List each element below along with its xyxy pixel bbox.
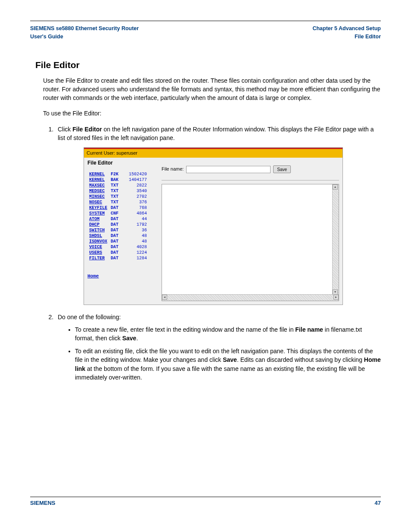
file-table: KERNELF2K1502420KERNELBAK1404177MAXSECTX…: [87, 171, 149, 261]
step-2: Do one of the following: To create a new…: [55, 313, 381, 382]
chapter-label: Chapter 5 Advanced Setup: [312, 25, 381, 31]
file-row[interactable]: SYSTEMCNF4864: [87, 211, 149, 216]
step1-bold: File Editor: [72, 126, 102, 133]
file-name[interactable]: ATOM: [87, 216, 109, 222]
file-size: 1792: [120, 222, 149, 227]
bullet-edit: To edit an existing file, click the file…: [75, 347, 381, 382]
editor-textarea[interactable]: [162, 184, 333, 295]
file-ext: DAT: [109, 233, 120, 239]
vertical-scrollbar[interactable]: ▴ ▾: [332, 184, 339, 295]
filename-row: File name: Save: [162, 165, 339, 173]
file-row[interactable]: MEDSECTXT3540: [87, 188, 149, 194]
b2-mid1: . Edits can discarded without saving by …: [237, 356, 364, 363]
bullet-create: To create a new file, enter file text in…: [75, 325, 381, 343]
file-ext: DAT: [109, 244, 120, 250]
footer-brand: SIEMENS: [30, 500, 56, 506]
lead-in: To use the File Editor:: [43, 109, 381, 118]
file-ext: BAK: [109, 177, 120, 183]
file-row[interactable]: DHCPDAT1792: [87, 222, 149, 227]
b1-bold2: Save: [122, 335, 137, 342]
file-ext: TXT: [109, 188, 120, 194]
scroll-up-icon[interactable]: ▴: [333, 184, 338, 190]
file-ext: TXT: [109, 194, 120, 199]
file-row[interactable]: KERNELBAK1404177: [87, 177, 149, 183]
file-name[interactable]: MAXSEC: [87, 183, 109, 188]
scroll-left-icon[interactable]: ◂: [162, 295, 167, 300]
file-size: 768: [120, 205, 149, 211]
page-footer: SIEMENS 47: [30, 497, 381, 506]
file-name[interactable]: USERS: [87, 250, 109, 255]
file-ext: DAT: [109, 216, 120, 222]
file-name[interactable]: VOICE: [87, 244, 109, 250]
editor-box: ▴ ▾ ◂ ▸: [162, 184, 339, 301]
step1-post: on the left navigation pane of the Route…: [58, 126, 374, 141]
file-ext: TXT: [109, 183, 120, 188]
file-row[interactable]: USERSDAT1224: [87, 250, 149, 255]
file-row[interactable]: ATOMDAT44: [87, 216, 149, 222]
page-number: 47: [375, 500, 381, 506]
save-button[interactable]: Save: [273, 165, 291, 173]
divider: [162, 180, 339, 180]
b1-pre: To create a new file, enter file text in…: [75, 326, 295, 333]
file-name[interactable]: MEDSEC: [87, 188, 109, 194]
page: SIEMENS se5880 Ethernet Security Router …: [0, 0, 411, 532]
file-row[interactable]: ISDNVOXDAT48: [87, 239, 149, 244]
file-row[interactable]: FILTERDAT1284: [87, 255, 149, 261]
file-name[interactable]: MINSEC: [87, 194, 109, 199]
file-ext: DAT: [109, 205, 120, 211]
file-size: 4028: [120, 244, 149, 250]
file-name[interactable]: ISDNVOX: [87, 239, 109, 244]
file-name[interactable]: SWITCH: [87, 227, 109, 233]
b1-bold1: File name: [295, 326, 323, 333]
file-name[interactable]: FILTER: [87, 255, 109, 261]
file-name[interactable]: KEYFILE: [87, 205, 109, 211]
steps-list: Click File Editor on the left navigation…: [43, 125, 381, 382]
screenshot-body: File Editor KERNELF2K1502420KERNELBAK140…: [84, 158, 342, 305]
file-ext: DAT: [109, 250, 120, 255]
file-size: 48: [120, 239, 149, 244]
file-row[interactable]: KEYFILEDAT768: [87, 205, 149, 211]
file-ext: DAT: [109, 227, 120, 233]
file-size: 1284: [120, 255, 149, 261]
product-name: SIEMENS se5880 Ethernet Security Router: [30, 25, 139, 31]
file-size: 2822: [120, 183, 149, 188]
section-ref: File Editor: [355, 34, 381, 40]
file-name[interactable]: DHCP: [87, 222, 109, 227]
file-name[interactable]: SHDSL: [87, 233, 109, 239]
scroll-right-icon[interactable]: ▸: [333, 295, 339, 300]
b2-post: at the bottom of the form. If you save a…: [75, 365, 365, 381]
file-name[interactable]: SYSTEM: [87, 211, 109, 216]
file-row[interactable]: VOICEDAT4028: [87, 244, 149, 250]
file-size: 4864: [120, 211, 149, 216]
file-ext: CNF: [109, 211, 120, 216]
filename-label: File name:: [162, 166, 184, 173]
editor-panel: File name: Save ▴ ▾ ◂: [161, 158, 342, 305]
home-link[interactable]: Home: [87, 273, 99, 280]
file-name[interactable]: KERNEL: [87, 177, 109, 183]
footer-row: SIEMENS 47: [30, 500, 381, 506]
file-row[interactable]: SHDSLDAT48: [87, 233, 149, 239]
file-row[interactable]: MINSECTXT2702: [87, 194, 149, 199]
step2-bullets: To create a new file, enter file text in…: [67, 325, 381, 382]
file-size: 3540: [120, 188, 149, 194]
file-row[interactable]: KERNELF2K1502420: [87, 171, 149, 177]
file-size: 376: [120, 199, 149, 205]
file-row[interactable]: SWITCHDAT36: [87, 227, 149, 233]
file-size: 1224: [120, 250, 149, 255]
filename-input[interactable]: [186, 166, 271, 173]
horizontal-scrollbar[interactable]: ◂ ▸: [162, 294, 339, 301]
current-user-bar: Current User: superuser: [84, 149, 342, 158]
file-ext: F2K: [109, 171, 120, 177]
file-row[interactable]: NOSECTXT376: [87, 199, 149, 205]
file-row[interactable]: MAXSECTXT2822: [87, 183, 149, 188]
file-ext: DAT: [109, 239, 120, 244]
page-header: SIEMENS se5880 Ethernet Security Router …: [30, 25, 381, 41]
header-right: Chapter 5 Advanced Setup File Editor: [312, 25, 381, 41]
file-name[interactable]: KERNEL: [87, 171, 109, 177]
file-size: 1502420: [120, 171, 149, 177]
file-name[interactable]: NOSEC: [87, 199, 109, 205]
file-ext: DAT: [109, 255, 120, 261]
panel-title: File Editor: [87, 159, 157, 167]
file-size: 2702: [120, 194, 149, 199]
step2-intro: Do one of the following:: [58, 314, 121, 320]
